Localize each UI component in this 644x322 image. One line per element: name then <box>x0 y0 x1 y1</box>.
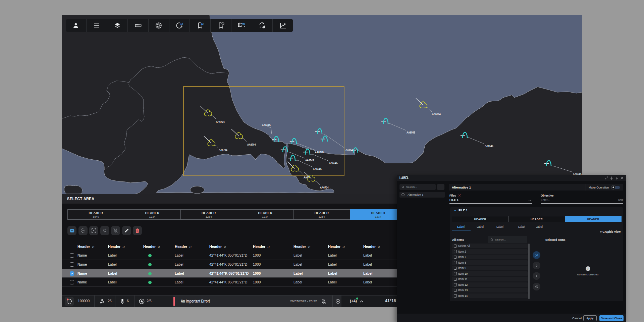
svg-text:AA6704: AA6704 <box>219 148 227 152</box>
svg-text:12: 12 <box>201 22 204 25</box>
svg-text:AA6704: AA6704 <box>432 112 441 116</box>
svg-text:AA6545: AA6545 <box>315 150 324 154</box>
svg-text:AA6545: AA6545 <box>345 148 354 152</box>
svg-text:AA6545: AA6545 <box>407 130 415 134</box>
svg-text:2D: 2D <box>242 22 245 26</box>
svg-text:AA6545: AA6545 <box>329 161 338 165</box>
svg-text:AA6704: AA6704 <box>216 120 225 123</box>
svg-text:AA6545: AA6545 <box>305 158 314 162</box>
svg-text:12: 12 <box>180 22 183 25</box>
svg-text:AA6545: AA6545 <box>485 144 493 148</box>
svg-text:AA6545: AA6545 <box>313 167 322 171</box>
svg-text:AA6704: AA6704 <box>247 143 256 146</box>
svg-text:AA6704: AA6704 <box>320 185 329 189</box>
svg-text:AA6545: AA6545 <box>262 123 271 127</box>
